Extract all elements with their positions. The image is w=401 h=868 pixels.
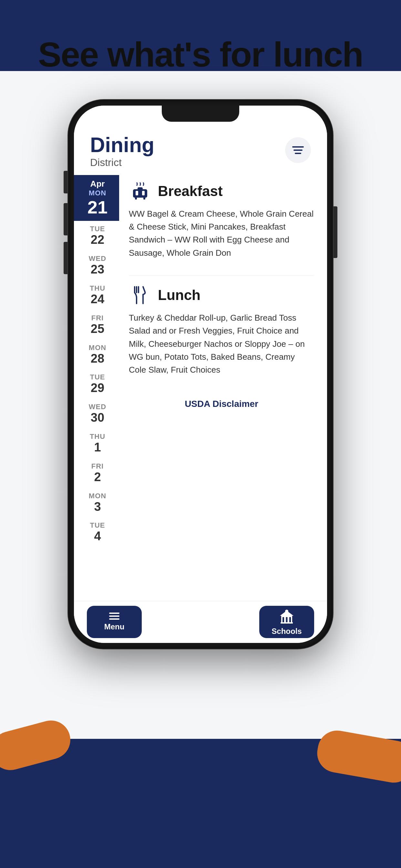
main-area: Apr MON 21 TUE 22 WED 23 (74, 175, 327, 601)
calendar-sidebar: Apr MON 21 TUE 22 WED 23 (74, 175, 119, 601)
day-number: 25 (91, 322, 104, 336)
active-day-name: MON (89, 189, 106, 197)
app-subtitle: District (90, 157, 154, 168)
filter-button[interactable] (285, 137, 311, 163)
filter-line-3 (295, 153, 301, 154)
phone-button-mute (64, 171, 67, 193)
calendar-day-wed-23[interactable]: WED 23 (74, 251, 119, 280)
page: See what's for lunch Dining District (0, 0, 401, 868)
day-name: FRI (91, 314, 104, 322)
menu-nav-label: Menu (104, 622, 125, 631)
day-name: FRI (91, 462, 104, 470)
hero-title: See what's for lunch (19, 35, 382, 74)
day-name: THU (90, 432, 105, 441)
day-name: TUE (90, 225, 105, 233)
svg-rect-5 (137, 187, 143, 190)
lunch-section: Lunch Turkey & Cheddar Roll-up, Garlic B… (129, 285, 314, 376)
svg-rect-14 (281, 622, 293, 624)
svg-rect-1 (135, 191, 138, 195)
schools-nav-button[interactable]: Schools (259, 606, 314, 638)
day-name: THU (90, 284, 105, 292)
filter-icon (292, 146, 304, 154)
app-title-group: Dining District (90, 135, 154, 168)
svg-rect-16 (286, 610, 288, 613)
day-number: 1 (94, 441, 101, 454)
calendar-day-tue-4[interactable]: TUE 4 (74, 517, 119, 547)
breakfast-header: Breakfast (129, 182, 314, 201)
phone-button-vol-down (64, 242, 67, 274)
active-day-number: 21 (88, 197, 107, 217)
svg-rect-0 (133, 189, 147, 197)
breakfast-icon (129, 182, 151, 201)
usda-disclaimer[interactable]: USDA Disclaimer (129, 392, 314, 415)
lunch-description: Turkey & Cheddar Roll-up, Garlic Bread T… (129, 311, 314, 376)
schools-nav-label: Schools (272, 627, 302, 636)
schools-nav-icon (279, 608, 295, 624)
day-name: TUE (90, 373, 105, 381)
svg-rect-12 (286, 617, 288, 623)
phone-button-power (334, 206, 337, 258)
day-number: 30 (91, 411, 104, 425)
calendar-day-fri-2[interactable]: FRI 2 (74, 458, 119, 488)
svg-rect-13 (289, 617, 291, 623)
phone-frame: Dining District (68, 100, 333, 649)
filter-line-1 (292, 146, 304, 148)
breakfast-title: Breakfast (158, 183, 223, 199)
svg-rect-2 (142, 191, 145, 195)
phone-wrapper: Dining District (68, 100, 333, 649)
day-number: 24 (91, 292, 104, 306)
calendar-day-mon-3[interactable]: MON 3 (74, 488, 119, 518)
day-number: 2 (94, 470, 101, 484)
calendar-day-active[interactable]: Apr MON 21 (74, 175, 119, 221)
day-number: 29 (91, 381, 104, 395)
day-number: 28 (91, 352, 104, 366)
lunch-header: Lunch (129, 285, 314, 305)
calendar-day-tue-22[interactable]: TUE 22 (74, 221, 119, 251)
day-number: 3 (94, 500, 101, 514)
menu-nav-icon (109, 613, 120, 620)
day-name: MON (89, 344, 106, 352)
app-header: Dining District (74, 125, 327, 175)
breakfast-section: Breakfast WW Bagel & Cream Cheese, Whole… (129, 182, 314, 259)
active-month: Apr (90, 179, 105, 189)
calendar-day-tue-29[interactable]: TUE 29 (74, 369, 119, 399)
bottom-nav: Menu (74, 601, 327, 643)
svg-rect-11 (282, 617, 284, 623)
calendar-day-thu-24[interactable]: THU 24 (74, 280, 119, 310)
hamburger-line-1 (109, 613, 120, 614)
app-content: Dining District (74, 125, 327, 643)
phone-notch (162, 105, 239, 122)
calendar-day-thu-1[interactable]: THU 1 (74, 429, 119, 458)
hamburger-line-2 (109, 616, 120, 617)
svg-rect-3 (135, 197, 137, 199)
day-name: WED (89, 254, 106, 263)
meal-divider (129, 275, 314, 276)
menu-nav-button[interactable]: Menu (87, 606, 142, 638)
hamburger-line-3 (109, 618, 120, 620)
phone-button-vol-up (64, 203, 67, 236)
hero-section: See what's for lunch (0, 35, 401, 74)
day-number: 23 (91, 263, 104, 276)
lunch-icon (129, 285, 151, 305)
lunch-title: Lunch (158, 287, 201, 303)
day-number: 4 (94, 530, 101, 543)
filter-line-2 (294, 150, 303, 151)
day-name: TUE (90, 521, 105, 530)
app-title: Dining (90, 135, 154, 155)
phone-screen: Dining District (74, 105, 327, 643)
breakfast-description: WW Bagel & Cream Cheese, Whole Grain Cer… (129, 207, 314, 259)
day-number: 22 (91, 233, 104, 247)
day-name: WED (89, 403, 106, 411)
svg-rect-4 (143, 197, 145, 199)
calendar-day-mon-28[interactable]: MON 28 (74, 340, 119, 369)
menu-content: Breakfast WW Bagel & Cream Cheese, Whole… (119, 175, 327, 601)
calendar-day-wed-30[interactable]: WED 30 (74, 399, 119, 429)
calendar-day-fri-25[interactable]: FRI 25 (74, 310, 119, 340)
day-name: MON (89, 492, 106, 500)
